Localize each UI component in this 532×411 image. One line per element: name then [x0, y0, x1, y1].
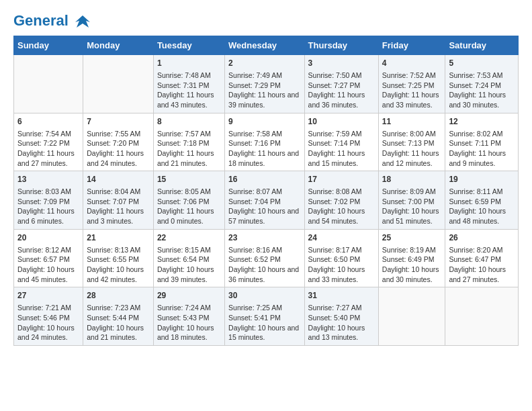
- col-header-saturday: Saturday: [445, 36, 519, 55]
- calendar-cell: 2Sunrise: 7:49 AM Sunset: 7:29 PM Daylig…: [225, 55, 304, 113]
- day-number: 13: [17, 174, 79, 185]
- week-row-2: 6Sunrise: 7:54 AM Sunset: 7:22 PM Daylig…: [14, 113, 519, 171]
- calendar-cell: 25Sunrise: 8:19 AM Sunset: 6:49 PM Dayli…: [378, 229, 445, 287]
- calendar-cell: 6Sunrise: 7:54 AM Sunset: 7:22 PM Daylig…: [14, 113, 83, 171]
- day-number: 27: [17, 290, 79, 302]
- header-row: SundayMondayTuesdayWednesdayThursdayFrid…: [14, 36, 519, 55]
- calendar-cell: 4Sunrise: 7:52 AM Sunset: 7:25 PM Daylig…: [378, 55, 445, 113]
- calendar-cell: 29Sunrise: 7:24 AM Sunset: 5:43 PM Dayli…: [153, 287, 224, 346]
- cell-content: Sunrise: 7:55 AM Sunset: 7:20 PM Dayligh…: [87, 129, 150, 169]
- cell-content: Sunrise: 8:12 AM Sunset: 6:57 PM Dayligh…: [17, 245, 79, 285]
- calendar-cell: 8Sunrise: 7:57 AM Sunset: 7:18 PM Daylig…: [153, 113, 224, 171]
- col-header-monday: Monday: [83, 36, 154, 55]
- cell-content: Sunrise: 7:54 AM Sunset: 7:22 PM Dayligh…: [17, 129, 79, 169]
- cell-content: Sunrise: 8:02 AM Sunset: 7:11 PM Dayligh…: [449, 129, 515, 169]
- day-number: 9: [228, 116, 300, 128]
- week-row-4: 20Sunrise: 8:12 AM Sunset: 6:57 PM Dayli…: [14, 229, 519, 287]
- cell-content: Sunrise: 8:05 AM Sunset: 7:06 PM Dayligh…: [157, 187, 221, 226]
- day-number: 30: [228, 290, 300, 302]
- day-number: 21: [87, 232, 150, 244]
- cell-content: Sunrise: 8:16 AM Sunset: 6:52 PM Dayligh…: [228, 245, 300, 285]
- calendar-cell: 28Sunrise: 7:23 AM Sunset: 5:44 PM Dayli…: [83, 287, 154, 346]
- day-number: 3: [308, 58, 375, 69]
- cell-content: Sunrise: 7:27 AM Sunset: 5:40 PM Dayligh…: [308, 303, 375, 342]
- day-number: 12: [449, 116, 515, 128]
- calendar-cell: 19Sunrise: 8:11 AM Sunset: 6:59 PM Dayli…: [445, 171, 519, 230]
- day-number: 11: [382, 116, 442, 128]
- cell-content: Sunrise: 8:13 AM Sunset: 6:55 PM Dayligh…: [87, 245, 150, 285]
- week-row-5: 27Sunrise: 7:21 AM Sunset: 5:46 PM Dayli…: [14, 287, 519, 346]
- day-number: 19: [449, 174, 515, 185]
- svg-marker-0: [75, 15, 90, 28]
- day-number: 10: [308, 116, 375, 128]
- calendar-cell: 9Sunrise: 7:58 AM Sunset: 7:16 PM Daylig…: [225, 113, 304, 171]
- header: General: [13, 12, 519, 29]
- cell-content: Sunrise: 7:48 AM Sunset: 7:31 PM Dayligh…: [157, 71, 221, 110]
- cell-content: Sunrise: 8:17 AM Sunset: 6:50 PM Dayligh…: [308, 245, 375, 285]
- cell-content: Sunrise: 8:19 AM Sunset: 6:49 PM Dayligh…: [382, 245, 442, 285]
- page: General SundayMondayTuesdayWednesdayThur…: [0, 0, 532, 358]
- cell-content: Sunrise: 8:20 AM Sunset: 6:47 PM Dayligh…: [449, 245, 515, 285]
- calendar-cell: 15Sunrise: 8:05 AM Sunset: 7:06 PM Dayli…: [153, 171, 224, 230]
- col-header-tuesday: Tuesday: [153, 36, 224, 55]
- cell-content: Sunrise: 8:08 AM Sunset: 7:02 PM Dayligh…: [308, 187, 375, 226]
- day-number: 29: [157, 290, 221, 302]
- week-row-3: 13Sunrise: 8:03 AM Sunset: 7:09 PM Dayli…: [14, 171, 519, 230]
- day-number: 31: [308, 290, 375, 302]
- day-number: 22: [157, 232, 221, 244]
- calendar-cell: 10Sunrise: 7:59 AM Sunset: 7:14 PM Dayli…: [304, 113, 378, 171]
- calendar-cell: 30Sunrise: 7:25 AM Sunset: 5:41 PM Dayli…: [225, 287, 304, 346]
- logo: General: [13, 12, 93, 29]
- logo-bird-icon: [74, 13, 91, 30]
- day-number: 18: [382, 174, 442, 185]
- cell-content: Sunrise: 7:53 AM Sunset: 7:24 PM Dayligh…: [449, 71, 515, 110]
- day-number: 6: [17, 116, 79, 128]
- day-number: 8: [157, 116, 221, 128]
- day-number: 17: [308, 174, 375, 185]
- calendar-cell: 22Sunrise: 8:15 AM Sunset: 6:54 PM Dayli…: [153, 229, 224, 287]
- calendar-cell: 21Sunrise: 8:13 AM Sunset: 6:55 PM Dayli…: [83, 229, 154, 287]
- cell-content: Sunrise: 8:09 AM Sunset: 7:00 PM Dayligh…: [382, 187, 442, 226]
- calendar-cell: 7Sunrise: 7:55 AM Sunset: 7:20 PM Daylig…: [83, 113, 154, 171]
- day-number: 14: [87, 174, 150, 185]
- calendar-table: SundayMondayTuesdayWednesdayThursdayFrid…: [13, 36, 519, 346]
- cell-content: Sunrise: 8:00 AM Sunset: 7:13 PM Dayligh…: [382, 129, 442, 169]
- cell-content: Sunrise: 7:49 AM Sunset: 7:29 PM Dayligh…: [228, 71, 300, 110]
- col-header-thursday: Thursday: [304, 36, 378, 55]
- calendar-cell: [14, 55, 83, 113]
- week-row-1: 1Sunrise: 7:48 AM Sunset: 7:31 PM Daylig…: [14, 55, 519, 113]
- calendar-cell: 20Sunrise: 8:12 AM Sunset: 6:57 PM Dayli…: [14, 229, 83, 287]
- day-number: 23: [228, 232, 300, 244]
- logo-general: General: [13, 12, 69, 29]
- calendar-cell: 11Sunrise: 8:00 AM Sunset: 7:13 PM Dayli…: [378, 113, 445, 171]
- calendar-cell: 24Sunrise: 8:17 AM Sunset: 6:50 PM Dayli…: [304, 229, 378, 287]
- calendar-cell: 17Sunrise: 8:08 AM Sunset: 7:02 PM Dayli…: [304, 171, 378, 230]
- cell-content: Sunrise: 7:59 AM Sunset: 7:14 PM Dayligh…: [308, 129, 375, 169]
- day-number: 1: [157, 58, 221, 69]
- col-header-friday: Friday: [378, 36, 445, 55]
- col-header-sunday: Sunday: [14, 36, 83, 55]
- calendar-cell: 23Sunrise: 8:16 AM Sunset: 6:52 PM Dayli…: [225, 229, 304, 287]
- day-number: 15: [157, 174, 221, 185]
- calendar-cell: 3Sunrise: 7:50 AM Sunset: 7:27 PM Daylig…: [304, 55, 378, 113]
- cell-content: Sunrise: 7:52 AM Sunset: 7:25 PM Dayligh…: [382, 71, 442, 110]
- cell-content: Sunrise: 7:21 AM Sunset: 5:46 PM Dayligh…: [17, 303, 79, 342]
- day-number: 4: [382, 58, 442, 69]
- logo-text: General: [13, 12, 93, 30]
- day-number: 2: [228, 58, 300, 69]
- cell-content: Sunrise: 8:15 AM Sunset: 6:54 PM Dayligh…: [157, 245, 221, 285]
- cell-content: Sunrise: 7:23 AM Sunset: 5:44 PM Dayligh…: [87, 303, 150, 342]
- day-number: 7: [87, 116, 150, 128]
- calendar-cell: 1Sunrise: 7:48 AM Sunset: 7:31 PM Daylig…: [153, 55, 224, 113]
- day-number: 26: [449, 232, 515, 244]
- calendar-cell: 31Sunrise: 7:27 AM Sunset: 5:40 PM Dayli…: [304, 287, 378, 346]
- cell-content: Sunrise: 7:24 AM Sunset: 5:43 PM Dayligh…: [157, 303, 221, 342]
- calendar-cell: 5Sunrise: 7:53 AM Sunset: 7:24 PM Daylig…: [445, 55, 519, 113]
- cell-content: Sunrise: 8:03 AM Sunset: 7:09 PM Dayligh…: [17, 187, 79, 226]
- cell-content: Sunrise: 7:57 AM Sunset: 7:18 PM Dayligh…: [157, 129, 221, 169]
- calendar-cell: 12Sunrise: 8:02 AM Sunset: 7:11 PM Dayli…: [445, 113, 519, 171]
- calendar-cell: 27Sunrise: 7:21 AM Sunset: 5:46 PM Dayli…: [14, 287, 83, 346]
- calendar-cell: [445, 287, 519, 346]
- day-number: 28: [87, 290, 150, 302]
- col-header-wednesday: Wednesday: [225, 36, 304, 55]
